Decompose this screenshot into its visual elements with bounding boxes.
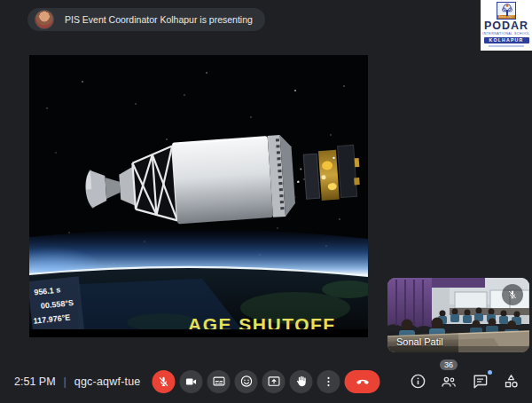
chat-notification-dot bbox=[488, 370, 492, 375]
end-call-button[interactable] bbox=[345, 370, 380, 393]
clock: 2:51 PM bbox=[14, 375, 56, 388]
participants-count-badge: 36 bbox=[440, 360, 458, 370]
presenting-toast: PIS Event Coordinator Kolhapur is presen… bbox=[27, 8, 265, 31]
control-bar: 2:51 PM | qgc-aqwf-tue bbox=[0, 360, 532, 403]
camera-button[interactable] bbox=[180, 370, 203, 393]
google-meet-window: PIS Event Coordinator Kolhapur is presen… bbox=[0, 0, 532, 403]
present-screen-button[interactable] bbox=[262, 370, 286, 393]
people-icon bbox=[440, 373, 458, 391]
presenting-toast-text: PIS Event Coordinator Kolhapur is presen… bbox=[65, 14, 253, 25]
participant-name: Sonal Patil bbox=[396, 336, 443, 347]
panel-controls: 36 bbox=[408, 360, 520, 403]
mic-button[interactable] bbox=[153, 370, 176, 393]
meeting-info: 2:51 PM | qgc-aqwf-tue bbox=[14, 360, 140, 403]
presentation-stage[interactable]: 956.1 s 00.558°S 117.976°E AGE SHUTOFF bbox=[29, 55, 368, 337]
more-options-button[interactable] bbox=[317, 370, 340, 393]
phone-hangup-icon bbox=[355, 374, 370, 389]
mic-off-icon bbox=[158, 375, 170, 388]
logo-tagline-text: INTERNATIONAL SCHOOL bbox=[482, 32, 530, 36]
chat-icon bbox=[472, 373, 489, 390]
reactions-button[interactable] bbox=[235, 370, 258, 393]
meeting-code: qgc-aqwf-tue bbox=[74, 375, 141, 388]
tree-icon bbox=[497, 3, 517, 17]
telemetry-panel: 956.1 s 00.558°S 117.976°E bbox=[29, 276, 84, 329]
present-screen-icon bbox=[267, 375, 280, 388]
activities-button[interactable] bbox=[501, 372, 520, 391]
mic-off-icon bbox=[507, 289, 518, 300]
videocam-icon bbox=[185, 375, 198, 388]
logo-brand-text: PODAR bbox=[484, 20, 528, 32]
participants-button[interactable]: 36 bbox=[439, 372, 458, 391]
meeting-details-button[interactable] bbox=[408, 372, 427, 391]
smiley-icon bbox=[239, 375, 253, 388]
closed-captions-icon bbox=[212, 375, 225, 388]
call-controls bbox=[153, 360, 380, 403]
info-icon bbox=[410, 373, 426, 390]
separator: | bbox=[64, 375, 66, 388]
captions-button[interactable] bbox=[207, 370, 231, 393]
school-emblem-icon: Since 1927 bbox=[497, 2, 516, 20]
logo-fine-print bbox=[489, 45, 524, 47]
hand-icon bbox=[294, 375, 308, 388]
participant-muted-indicator bbox=[502, 284, 523, 305]
event-caption: AGE SHUTOFF bbox=[188, 314, 336, 329]
more-vert-icon bbox=[323, 375, 335, 388]
participant-tile[interactable]: Sonal Patil bbox=[387, 278, 529, 352]
logo-city-band: KOLHAPUR bbox=[484, 37, 529, 43]
activities-icon bbox=[503, 373, 520, 390]
presenter-avatar bbox=[35, 10, 54, 29]
school-logo: Since 1927 PODAR INTERNATIONAL SCHOOL KO… bbox=[481, 0, 532, 51]
rocket-animation-frame: 956.1 s 00.558°S 117.976°E AGE SHUTOFF bbox=[29, 55, 368, 329]
raise-hand-button[interactable] bbox=[290, 370, 313, 393]
chat-button[interactable] bbox=[470, 372, 489, 391]
